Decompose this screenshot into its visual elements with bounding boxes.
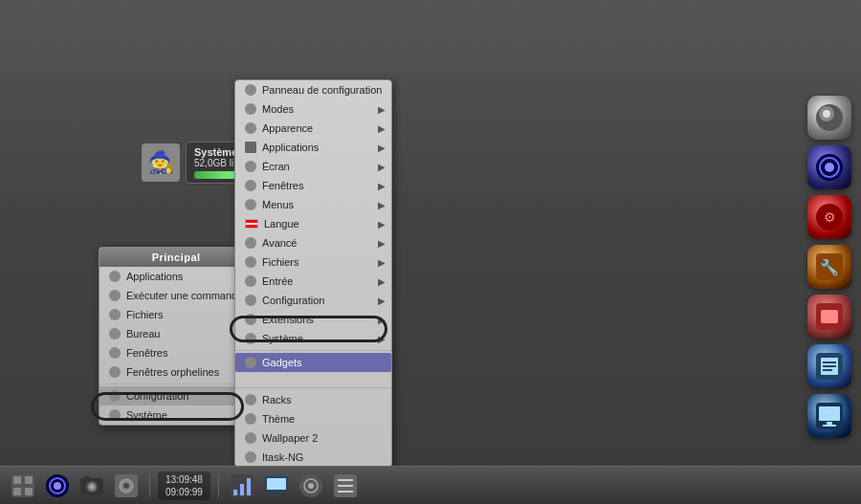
sub-item-entree[interactable]: Entrée ▶	[235, 272, 391, 291]
dock-icon-browser[interactable]	[807, 145, 851, 189]
dock-icon-doc[interactable]	[807, 344, 851, 388]
sub-item-avance[interactable]: Avancé ▶	[235, 233, 391, 252]
sub-item-configuration[interactable]: Configuration ▶	[235, 291, 391, 310]
context-menu-main[interactable]: Principal Applications Exécuter une comm…	[99, 247, 254, 426]
sub-item-fichiers[interactable]: Fichiers ▶	[235, 252, 391, 272]
sub-item-apparence[interactable]: Apparence ▶	[235, 119, 391, 138]
tb-network-svg	[229, 472, 255, 499]
context-menu-header: Principal	[99, 248, 253, 267]
taskbar-screen-icon[interactable]	[261, 471, 292, 501]
sub-item-gadgets[interactable]: Gadgets	[235, 353, 391, 372]
taskbar-more-icon[interactable]	[330, 471, 361, 501]
tb-browser-svg	[44, 472, 71, 499]
sub-item-fenetres[interactable]: Fenêtres ▶	[235, 176, 391, 195]
sub-icon-configuration	[245, 295, 256, 306]
sub-icon-systeme	[245, 333, 256, 344]
menu-icon-applications	[109, 271, 121, 282]
sub-item-theme[interactable]: Thème	[235, 409, 391, 428]
clock-date: 09:09:99	[166, 486, 203, 498]
sub-item-applications[interactable]: Applications ▶	[235, 138, 391, 157]
menu-item-fenetres-orphelines[interactable]: Fenêtres orphelines	[99, 362, 253, 382]
menu-item-bureau[interactable]: Bureau ▶	[99, 324, 253, 343]
arrow-icon: ▶	[378, 181, 386, 191]
svg-rect-38	[233, 490, 237, 495]
sub-item-langue[interactable]: Langue ▶	[235, 214, 391, 233]
svg-rect-39	[240, 484, 244, 495]
sub-icon-extensions	[245, 314, 256, 325]
arrow-icon: ▶	[378, 200, 386, 210]
arrow-icon: ▶	[378, 257, 386, 268]
grid-svg	[10, 472, 36, 499]
taskbar-grid-icon[interactable]	[8, 471, 38, 501]
sub-item-systeme[interactable]: Système ▶	[235, 329, 391, 348]
menu-item-systeme[interactable]: Système	[99, 405, 253, 425]
svg-rect-11	[821, 310, 838, 323]
sub-item-racks[interactable]: Racks	[235, 390, 391, 409]
sub-item-modes[interactable]: Modes ▶	[235, 99, 391, 119]
menu-icon-fichiers	[109, 309, 121, 320]
sub-item-ecran[interactable]: Écran ▶	[235, 157, 391, 176]
tools-icon: 🔧	[813, 251, 846, 283]
sub-item-itask[interactable]: Itask-NG	[235, 448, 391, 467]
sub-item-panneau[interactable]: Panneau de configuration	[235, 80, 391, 99]
taskbar-sound-icon[interactable]	[296, 471, 326, 501]
hdd-bar-fill	[194, 171, 240, 179]
dock-icon-screen[interactable]	[807, 394, 851, 438]
sub-item-wallpaper2[interactable]: Wallpaper 2	[235, 428, 391, 448]
svg-rect-51	[338, 491, 353, 493]
sub-icon-langue	[245, 219, 258, 229]
context-menu-sub[interactable]: Panneau de configuration Modes ▶ Apparen…	[234, 79, 392, 468]
svg-rect-25	[25, 488, 33, 495]
svg-rect-33	[85, 476, 90, 479]
arrow-icon: ▶	[378, 219, 386, 230]
sub-icon-wallpaper2	[245, 432, 256, 444]
arrow-icon: ▶	[378, 296, 386, 306]
svg-rect-20	[823, 425, 836, 427]
svg-rect-14	[823, 362, 836, 363]
arrow-icon: ▶	[378, 315, 386, 325]
sub-item-extensions[interactable]: Extensions ▶	[235, 310, 391, 329]
tb-more-svg	[332, 472, 359, 499]
menu-icon-fenetres	[109, 347, 121, 359]
arrow-icon: ▶	[378, 162, 386, 172]
sub-icon-apps	[245, 142, 256, 153]
arrow-icon: ▶	[378, 276, 386, 287]
sub-icon-itask	[245, 451, 256, 463]
taskbar-camera-icon[interactable]	[77, 471, 107, 501]
dock-icon-bird[interactable]	[807, 96, 851, 140]
menu-icon-bureau	[109, 328, 121, 340]
sub-item-menus[interactable]: Menus ▶	[235, 195, 391, 214]
menu-icon-fenetres-orphelines	[109, 366, 121, 378]
dock-icon-tools[interactable]: 🔧	[807, 245, 851, 289]
svg-rect-24	[13, 488, 21, 495]
dock-icon-red1[interactable]: ⚙	[807, 195, 851, 239]
menu-icon-configuration	[109, 390, 121, 402]
taskbar-tools-icon[interactable]	[111, 471, 142, 501]
sub-item-empty[interactable]	[235, 372, 391, 385]
arrow-icon: ▶	[378, 334, 386, 344]
menu-item-fichiers[interactable]: Fichiers ▶	[99, 305, 253, 324]
svg-rect-40	[247, 478, 251, 495]
menu-item-applications[interactable]: Applications	[99, 267, 253, 286]
svg-point-28	[54, 482, 61, 490]
taskbar-network-icon[interactable]	[227, 471, 257, 501]
red2-icon	[813, 300, 846, 333]
menu-item-configuration[interactable]: Configuration	[99, 386, 253, 405]
tb-screen-svg	[263, 472, 290, 499]
taskbar-browser-icon[interactable]	[42, 471, 73, 501]
sub-separator-1	[235, 350, 391, 351]
svg-rect-22	[13, 476, 21, 484]
menu-item-fenetres[interactable]: Fenêtres ▶	[99, 343, 253, 362]
taskbar: 13:09:48 09:09:99	[0, 466, 861, 504]
menu-item-executer[interactable]: Exécuter une commande	[99, 286, 253, 305]
tb-sound-svg	[298, 472, 324, 499]
arrow-icon: ▶	[378, 238, 386, 249]
sub-icon-fichiers	[245, 256, 256, 268]
svg-point-47	[308, 483, 314, 489]
bird-icon	[813, 101, 846, 134]
dock-icon-red2[interactable]	[807, 295, 851, 339]
sub-icon-fenetres	[245, 180, 256, 191]
svg-point-32	[90, 485, 94, 489]
svg-rect-18	[819, 406, 840, 421]
svg-rect-49	[338, 479, 353, 481]
